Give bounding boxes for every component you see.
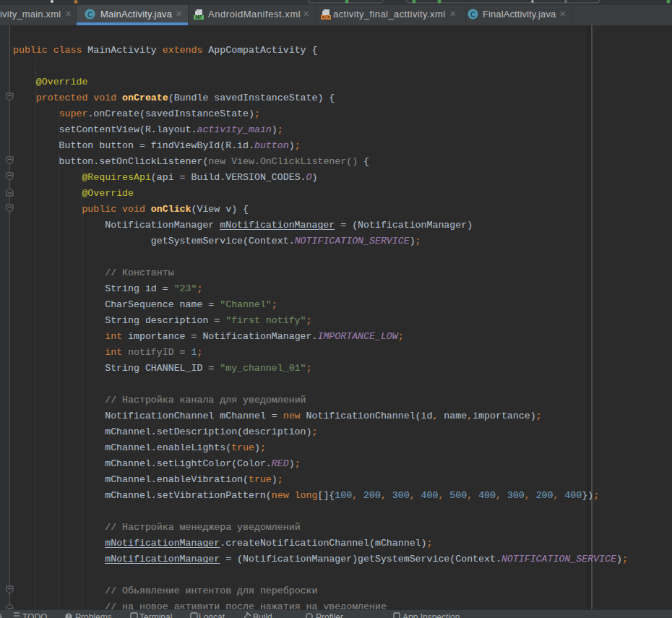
svg-text:MF: MF xyxy=(195,14,202,20)
svg-text:C: C xyxy=(87,11,92,19)
svg-text:C: C xyxy=(470,11,475,19)
svg-text:</>: </> xyxy=(322,15,330,20)
